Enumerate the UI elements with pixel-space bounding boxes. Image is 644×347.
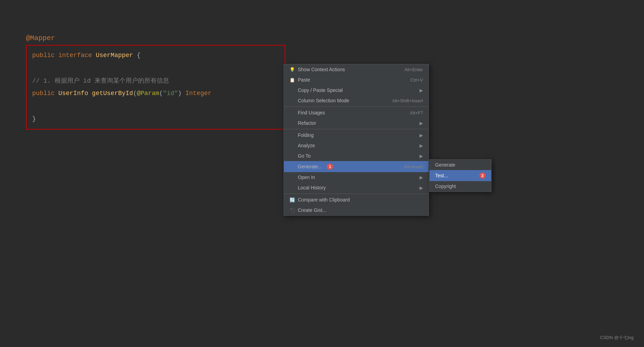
submenu-label-copyright: Copyright <box>435 184 456 189</box>
test-badge: 2 <box>479 172 486 179</box>
generate-badge: 1 <box>327 163 333 170</box>
kw-paren3: ) <box>178 90 185 97</box>
editor-area: @Mapper public interface UserMapper { //… <box>0 0 644 347</box>
keyword-public: public <box>32 52 58 59</box>
arrow-local-history: ▶ <box>420 185 423 190</box>
menu-item-folding[interactable]: Folding ▶ <box>284 130 429 140</box>
menu-item-refactor[interactable]: Refactor ▶ <box>284 118 429 128</box>
menu-item-copy-paste-special[interactable]: Copy / Paste Special ▶ <box>284 85 429 95</box>
menu-item-analyze[interactable]: Analyze ▶ <box>284 140 429 151</box>
submenu-label-test: Test... <box>435 173 448 178</box>
analyze-icon <box>289 143 295 148</box>
watermark: CSDN @十七ing <box>600 335 634 341</box>
compare-icon: 🔄 <box>289 197 295 203</box>
menu-item-column-selection[interactable]: Column Selection Mode Alt+Shift+Insert <box>284 95 429 106</box>
shortcut-generate: Alt+Insert <box>404 164 423 169</box>
kw-pub: public <box>32 90 58 97</box>
submenu-item-generate[interactable]: Generate <box>430 160 491 170</box>
paste-icon: 📋 <box>289 77 295 83</box>
menu-item-local-history[interactable]: Local History ▶ <box>284 182 429 193</box>
menu-label-paste: Paste <box>298 77 310 83</box>
menu-label-create-gist: Create Gist... <box>298 207 326 213</box>
menu-label-generate: Generate... <box>298 164 322 169</box>
menu-label-go-to: Go To <box>298 153 311 159</box>
separator-2 <box>284 129 429 129</box>
find-icon <box>289 110 295 115</box>
separator-3 <box>284 194 429 194</box>
separator-1 <box>284 106 429 107</box>
arrow-refactor: ▶ <box>420 121 423 126</box>
item-left-refactor: Refactor <box>289 120 316 126</box>
menu-label-compare-clipboard: Compare with Clipboard <box>298 197 350 203</box>
item-left-compare: 🔄 Compare with Clipboard <box>289 197 350 203</box>
bulb-icon: 💡 <box>289 67 295 72</box>
menu-label-open-in: Open In <box>298 175 315 180</box>
kw-paren: ( <box>133 90 137 97</box>
submenu-label-generate: Generate <box>435 162 455 168</box>
item-left-column: Column Selection Mode <box>289 98 349 103</box>
code-panel: @Mapper public interface UserMapper { //… <box>26 33 285 130</box>
arrow-analyze: ▶ <box>420 143 423 148</box>
arrow-open-in: ▶ <box>420 175 423 180</box>
menu-item-find-usages[interactable]: Find Usages Alt+F7 <box>284 107 429 118</box>
arrow-folding: ▶ <box>420 133 423 138</box>
kw-integer: Integer <box>185 90 212 97</box>
code-line-empty1 <box>27 62 285 75</box>
menu-label-refactor: Refactor <box>298 120 316 126</box>
item-left-folding: Folding <box>289 132 314 138</box>
kw-paren2: ( <box>159 90 163 97</box>
arrow-goto: ▶ <box>420 153 423 159</box>
code-line-empty2 <box>27 100 285 113</box>
shortcut-show-context: Alt+Enter <box>404 67 423 72</box>
menu-item-compare-clipboard[interactable]: 🔄 Compare with Clipboard <box>284 195 429 205</box>
brace-close: } <box>32 115 36 122</box>
item-left-gist: ⚫ Create Gist... <box>289 207 326 213</box>
kw-annotation: @Param <box>137 90 159 97</box>
menu-label-analyze: Analyze <box>298 143 315 148</box>
class-name: UserMapper <box>96 52 137 59</box>
menu-item-open-in[interactable]: Open In ▶ <box>284 172 429 182</box>
comment-text: // 1. 根据用户 id 来查询某个用户的所有信息 <box>32 77 169 84</box>
menu-label-column-selection: Column Selection Mode <box>298 98 349 103</box>
folding-icon <box>289 132 295 138</box>
item-left-paste: 📋 Paste <box>289 77 310 83</box>
copy-paste-icon <box>289 87 295 93</box>
item-left-goto: Go To <box>289 153 311 159</box>
column-icon <box>289 98 295 103</box>
menu-item-generate[interactable]: Generate... 1 Alt+Insert Generate Test..… <box>284 161 429 172</box>
item-left-open-in: Open In <box>289 175 315 180</box>
code-line-brace: } <box>27 113 285 125</box>
kw-type: UserInfo <box>58 90 92 97</box>
menu-item-show-context-actions[interactable]: 💡 Show Context Actions Alt+Enter <box>284 64 429 75</box>
shortcut-paste: Ctrl+V <box>411 77 423 83</box>
kw-string: "id" <box>163 90 178 97</box>
menu-label-find-usages: Find Usages <box>298 110 325 115</box>
menu-item-create-gist[interactable]: ⚫ Create Gist... <box>284 205 429 215</box>
refactor-icon <box>289 120 295 126</box>
code-block: public interface UserMapper { // 1. 根据用户… <box>26 45 285 130</box>
submenu-generate: Generate Test... 2 Copyright <box>429 159 491 192</box>
menu-label-copy-paste-special: Copy / Paste Special <box>298 87 343 93</box>
kw-method: getUserById <box>92 90 133 97</box>
code-line-1: public interface UserMapper { <box>27 49 285 62</box>
menu-label-folding: Folding <box>298 132 314 138</box>
menu-item-paste[interactable]: 📋 Paste Ctrl+V <box>284 75 429 85</box>
shortcut-find: Alt+F7 <box>410 110 423 115</box>
arrow-copy-paste: ▶ <box>420 88 423 93</box>
menu-label-show-context-actions: Show Context Actions <box>298 67 345 72</box>
item-left-find: Find Usages <box>289 110 325 115</box>
item-left-local-history: Local History <box>289 185 326 190</box>
submenu-item-test[interactable]: Test... 2 <box>430 170 491 181</box>
local-history-icon <box>289 185 295 190</box>
menu-item-go-to[interactable]: Go To ▶ <box>284 151 429 161</box>
submenu-item-copyright[interactable]: Copyright <box>430 181 491 191</box>
item-left-generate: Generate... 1 <box>289 163 333 170</box>
item-left-show-context: 💡 Show Context Actions <box>289 67 345 72</box>
open-in-icon <box>289 175 295 180</box>
code-line-comment: // 1. 根据用户 id 来查询某个用户的所有信息 <box>27 75 285 87</box>
shortcut-column: Alt+Shift+Insert <box>392 98 423 103</box>
generate-icon <box>289 164 295 169</box>
annotation-line: @Mapper <box>26 33 285 45</box>
item-left-analyze: Analyze <box>289 143 315 148</box>
context-menu: 💡 Show Context Actions Alt+Enter 📋 Paste… <box>284 64 429 216</box>
